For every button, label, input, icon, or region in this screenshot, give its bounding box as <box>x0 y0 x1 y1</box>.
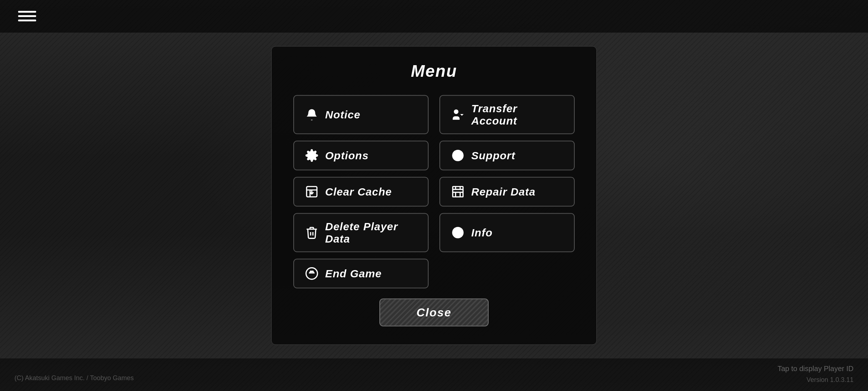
close-label: Close <box>416 306 451 319</box>
copyright-text: (C) Akatsuki Games Inc. / Toobyo Games <box>14 374 134 382</box>
notice-button[interactable]: Notice <box>293 95 429 134</box>
delete-player-data-button[interactable]: Delete Player Data <box>293 213 429 252</box>
svg-point-0 <box>454 109 459 114</box>
support-icon <box>450 148 465 163</box>
menu-title: Menu <box>293 61 575 81</box>
version-text: Version 1.0.3.11 <box>807 376 854 384</box>
top-bar <box>0 0 868 33</box>
close-button[interactable]: Close <box>379 299 488 327</box>
hamburger-button[interactable] <box>18 11 36 21</box>
clear-cache-button[interactable]: Clear Cache <box>293 177 429 207</box>
delete-player-data-icon <box>304 225 319 240</box>
options-label: Options <box>325 150 369 162</box>
transfer-account-label: Transfer Account <box>471 102 564 127</box>
info-label: Info <box>471 227 493 239</box>
notice-label: Notice <box>325 109 361 121</box>
transfer-account-button[interactable]: Transfer Account <box>439 95 575 134</box>
support-button[interactable]: Support <box>439 141 575 171</box>
repair-data-icon <box>450 184 465 199</box>
tap-player-id-text[interactable]: Tap to display Player ID <box>778 365 854 373</box>
end-game-button[interactable]: End Game <box>293 259 429 289</box>
end-game-icon <box>304 266 319 281</box>
repair-data-button[interactable]: Repair Data <box>439 177 575 207</box>
info-button[interactable]: Info <box>439 213 575 252</box>
clear-cache-label: Clear Cache <box>325 186 392 198</box>
transfer-account-icon <box>450 107 465 122</box>
options-icon <box>304 148 319 163</box>
delete-player-data-label: Delete Player Data <box>325 220 418 245</box>
notice-icon <box>304 107 319 122</box>
close-row: Close <box>293 299 575 327</box>
end-game-label: End Game <box>325 268 382 280</box>
repair-data-label: Repair Data <box>471 186 536 198</box>
menu-grid: Notice Transfer Account Options <box>293 95 575 327</box>
menu-panel: Menu Notice Transfer Account <box>271 46 597 345</box>
clear-cache-icon <box>304 184 319 199</box>
options-button[interactable]: Options <box>293 141 429 171</box>
info-icon <box>450 225 465 240</box>
support-label: Support <box>471 150 515 162</box>
